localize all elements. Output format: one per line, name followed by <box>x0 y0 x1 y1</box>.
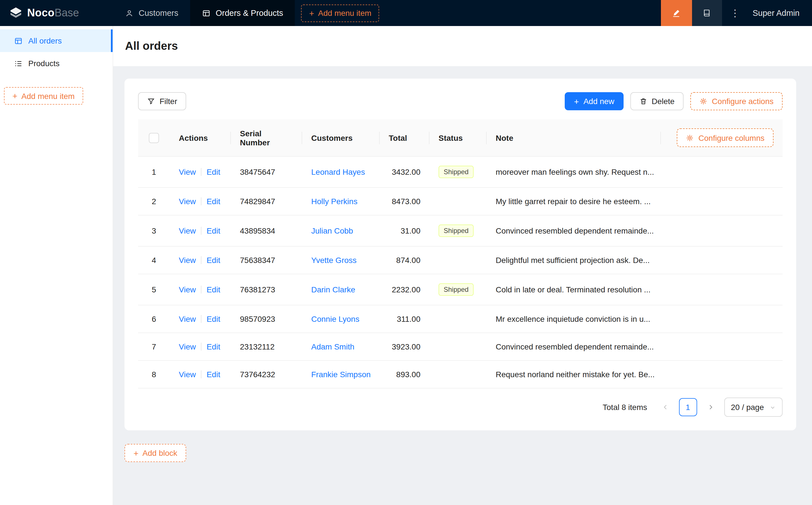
nav-item-customers[interactable]: Customers <box>113 0 190 26</box>
serial-cell: 38475647 <box>231 157 302 188</box>
serial-cell: 75638347 <box>231 246 302 274</box>
toolbar: Filter + Add new Delete <box>138 92 783 110</box>
view-link[interactable]: View <box>179 314 196 323</box>
orders-card: Filter + Add new Delete <box>125 78 796 431</box>
configure-columns-button[interactable]: Configure columns <box>677 128 774 147</box>
sidebar-add-menu-item-button[interactable]: + Add menu item <box>4 87 83 105</box>
row-actions: ViewEdit <box>170 274 231 305</box>
serial-cell: 76381273 <box>231 274 302 305</box>
view-link[interactable]: View <box>179 285 196 294</box>
serial-cell: 73764232 <box>231 361 302 388</box>
status-cell: Shipped <box>429 274 487 305</box>
nav-item-orders-products[interactable]: Orders & Products <box>190 0 295 26</box>
status-cell: Shipped <box>429 157 487 188</box>
row-actions: ViewEdit <box>170 215 231 246</box>
action-divider <box>201 197 201 205</box>
action-divider <box>201 286 201 294</box>
customer-link[interactable]: Leonard Hayes <box>311 167 365 176</box>
customer-link[interactable]: Julian Cobb <box>311 226 353 235</box>
sidebar-item-all-orders[interactable]: All orders <box>0 29 113 52</box>
serial-cell: 23132112 <box>231 333 302 361</box>
book-icon <box>702 8 711 17</box>
chevron-left-icon <box>662 404 669 410</box>
total-cell: 874.00 <box>380 246 429 274</box>
filter-label: Filter <box>160 97 177 106</box>
add-block-button[interactable]: + Add block <box>125 444 186 462</box>
page-1-button[interactable]: 1 <box>679 398 697 416</box>
user-name[interactable]: Super Admin <box>748 8 812 17</box>
edit-link[interactable]: Edit <box>207 370 220 379</box>
brand-noco: Noco <box>27 7 54 19</box>
customer-cell: Frankie Simpson <box>302 361 380 388</box>
customer-link[interactable]: Yvette Gross <box>311 256 357 265</box>
table-row: 3ViewEdit43895834Julian Cobb31.00Shipped… <box>138 215 783 246</box>
page-title: All orders <box>125 40 178 52</box>
total-cell: 3923.00 <box>380 333 429 361</box>
trash-icon <box>639 97 647 105</box>
next-page-button[interactable] <box>701 398 719 416</box>
column-header-status: Status <box>429 119 487 157</box>
total-cell: 2232.00 <box>380 274 429 305</box>
edit-link[interactable]: Edit <box>207 314 220 323</box>
add-new-button[interactable]: + Add new <box>565 92 624 110</box>
pagination-total: Total 8 items <box>602 403 647 412</box>
ellipsis-icon: ⋮ <box>730 8 740 18</box>
view-link[interactable]: View <box>179 167 196 176</box>
edit-link[interactable]: Edit <box>207 285 220 294</box>
edit-link[interactable]: Edit <box>207 256 220 265</box>
sidebar-menu: All orders Products <box>0 26 113 74</box>
filter-button[interactable]: Filter <box>138 92 186 110</box>
table-row: 2ViewEdit74829847Holly Perkins8473.00My … <box>138 188 783 215</box>
view-link[interactable]: View <box>179 226 196 235</box>
app-header: NocoBase Customers Orders & Products + A… <box>0 0 812 26</box>
nav-item-label: Customers <box>139 8 178 17</box>
add-new-label: Add new <box>583 97 614 106</box>
customer-cell: Darin Clarke <box>302 274 380 305</box>
action-divider <box>201 370 201 378</box>
note-cell: Mr excellence inquietude conviction is i… <box>487 305 783 333</box>
view-link[interactable]: View <box>179 197 196 206</box>
top-nav: Customers Orders & Products + Add menu i… <box>113 0 379 26</box>
customer-link[interactable]: Darin Clarke <box>311 285 355 294</box>
customer-link[interactable]: Connie Lyons <box>311 314 359 323</box>
sidebar-item-products[interactable]: Products <box>0 52 113 74</box>
edit-link[interactable]: Edit <box>207 197 220 206</box>
action-divider <box>201 343 201 351</box>
edit-link[interactable]: Edit <box>207 226 220 235</box>
customer-cell: Yvette Gross <box>302 246 380 274</box>
customer-cell: Leonard Hayes <box>302 157 380 188</box>
table-row: 4ViewEdit75638347Yvette Gross874.00Delig… <box>138 246 783 274</box>
more-menu-button[interactable]: ⋮ <box>722 7 748 19</box>
sidebar: All orders Products + Add menu item <box>0 26 113 505</box>
view-link[interactable]: View <box>179 256 196 265</box>
column-header-actions: Actions <box>170 119 231 157</box>
add-block-label: Add block <box>143 449 177 458</box>
view-link[interactable]: View <box>179 370 196 379</box>
table-header-row: Actions Serial Number Customers Total St… <box>138 119 783 157</box>
column-header-total: Total <box>380 119 429 157</box>
customer-link[interactable]: Adam Smith <box>311 342 355 351</box>
edit-link[interactable]: Edit <box>207 167 220 176</box>
customer-cell: Adam Smith <box>302 333 380 361</box>
delete-button[interactable]: Delete <box>630 92 684 110</box>
edit-link[interactable]: Edit <box>207 342 220 351</box>
page-size-select[interactable]: 20 / page <box>724 397 783 417</box>
pagination: Total 8 items 1 <box>138 397 783 417</box>
api-doc-button[interactable] <box>692 0 722 26</box>
customer-link[interactable]: Frankie Simpson <box>311 370 371 379</box>
serial-cell: 43895834 <box>231 215 302 246</box>
prev-page-button[interactable] <box>656 398 674 416</box>
nav-item-label: Orders & Products <box>216 8 283 17</box>
header-add-menu-item-button[interactable]: + Add menu item <box>301 4 379 22</box>
app-root: NocoBase Customers Orders & Products + A… <box>0 0 812 505</box>
note-cell: Convinced resembled dependent remainde..… <box>487 333 783 361</box>
row-index: 3 <box>138 215 170 246</box>
select-all-checkbox[interactable] <box>149 133 159 143</box>
total-cell: 8473.00 <box>380 188 429 215</box>
row-actions: ViewEdit <box>170 361 231 388</box>
note-cell: Request norland neither mistake for yet.… <box>487 361 783 388</box>
ui-editor-button[interactable] <box>661 0 692 26</box>
customer-link[interactable]: Holly Perkins <box>311 197 357 206</box>
configure-actions-button[interactable]: Configure actions <box>690 92 783 110</box>
view-link[interactable]: View <box>179 342 196 351</box>
